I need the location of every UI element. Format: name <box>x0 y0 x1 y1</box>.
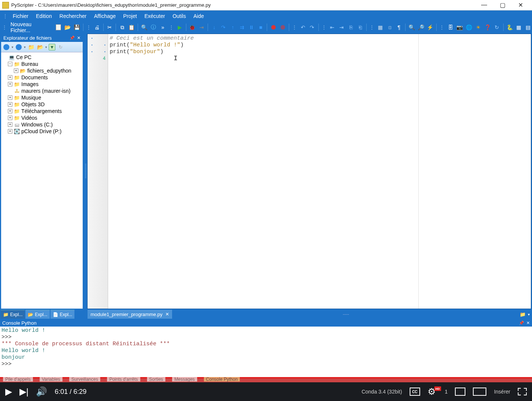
filter-icon[interactable]: ▼ <box>49 44 55 50</box>
maximize-button[interactable]: ▢ <box>497 1 508 9</box>
more-icon[interactable]: » <box>159 23 167 31</box>
side-tab-explorer-2[interactable]: 📂Expl... <box>25 310 49 319</box>
dropdown-icon[interactable]: ▾ <box>12 45 13 49</box>
panel-pin-icon[interactable]: 📌 <box>70 36 75 40</box>
step-over-icon[interactable]: ↷ <box>220 23 227 31</box>
open-icon[interactable]: 📂 <box>64 23 71 31</box>
play-button[interactable]: ▶ <box>5 386 12 397</box>
uncomment-icon[interactable]: ⎗ <box>356 23 364 31</box>
tree-expander[interactable]: − <box>8 62 12 66</box>
menu-affichage[interactable]: Affichage <box>90 11 119 21</box>
tree-item[interactable]: −📁Bureau <box>2 61 82 67</box>
zoom-in-icon[interactable]: 🔍 <box>408 23 416 31</box>
console-close-icon[interactable]: ✕ <box>526 321 530 325</box>
folder-new-icon[interactable]: 📂 <box>36 43 44 51</box>
tab-folder-icon[interactable]: 📁 <box>520 312 526 317</box>
tree-item[interactable]: +📁Objets 3D <box>2 101 82 108</box>
run-icon[interactable]: ▶ <box>176 23 184 31</box>
search-icon[interactable]: 🔍 <box>140 23 148 31</box>
tree-expander[interactable]: + <box>8 82 12 86</box>
step-icon[interactable]: ⇥ <box>198 23 205 31</box>
theater-button[interactable] <box>473 388 486 396</box>
zoom-out-icon[interactable]: 🔎 <box>417 23 425 31</box>
highlight-icon[interactable]: ⚡ <box>426 23 434 31</box>
menu-edition[interactable]: Edition <box>32 11 56 21</box>
console-body[interactable]: Hello world !>>> *** Console de processu… <box>0 327 532 377</box>
tree-item[interactable]: +📁Musique <box>2 94 82 101</box>
undo-icon[interactable]: ↶ <box>299 23 307 31</box>
close-button[interactable]: ✕ <box>515 1 526 9</box>
step-into-icon[interactable]: ↓ <box>210 23 218 31</box>
tree-expander[interactable]: + <box>8 129 12 134</box>
file-tree[interactable]: 💻Ce PC−📁Bureau+📂fichiers_edupython+📁Docu… <box>1 52 83 309</box>
indent-icon[interactable]: ⇤ <box>328 23 336 31</box>
console-pin-icon[interactable]: 📌 <box>519 321 524 325</box>
tree-item[interactable]: +📁Images <box>2 81 82 88</box>
python-icon[interactable]: 🐍 <box>506 23 514 31</box>
code-body[interactable]: # Ceci est un commentaire print("Hello w… <box>108 34 531 309</box>
nav-back-icon[interactable] <box>3 43 10 51</box>
tree-item[interactable]: +💽pCloud Drive (P:) <box>2 128 82 135</box>
info-icon[interactable]: ⓘ <box>150 23 158 31</box>
tab-dropdown-icon[interactable]: ▾ <box>528 312 530 316</box>
breakpoint-clear-icon[interactable] <box>279 23 287 31</box>
new-file-button[interactable]: Nouveau Fichier... <box>9 21 53 33</box>
folder-up-icon[interactable]: 📁 <box>27 43 35 51</box>
file-tab-close-icon[interactable]: ✕ <box>165 312 169 317</box>
dropdown-icon-3[interactable]: ▾ <box>45 45 47 49</box>
menu-rechercher[interactable]: Rechercher <box>56 11 90 21</box>
redo-icon[interactable]: ↷ <box>308 23 316 31</box>
tree-expander[interactable]: + <box>8 122 12 127</box>
tree-expander[interactable]: + <box>14 68 18 73</box>
tree-item[interactable]: +📁Téléchargements <box>2 108 82 114</box>
grid-icon[interactable]: ▦ <box>515 23 523 31</box>
bottom-tool-tab[interactable]: Variables <box>40 377 62 382</box>
layout-icon[interactable]: ▦ <box>376 23 384 31</box>
minimize-button[interactable]: — <box>478 1 490 9</box>
tree-expander[interactable]: + <box>8 75 12 80</box>
tree-expander[interactable]: + <box>8 109 12 113</box>
pause-icon[interactable]: ⏸ <box>248 23 256 31</box>
tree-expander[interactable]: + <box>8 95 12 100</box>
bottom-tool-tab[interactable]: Messages <box>172 377 197 382</box>
code-editor[interactable]: ● ●● ●● 4 # Ceci est un commentaire prin… <box>87 34 531 309</box>
volume-button[interactable]: 🔊 <box>36 386 47 397</box>
breakpoint-icon[interactable] <box>269 23 277 31</box>
panel-close-icon[interactable]: ✕ <box>77 36 80 40</box>
settings-button[interactable]: ⚙HD <box>428 386 443 397</box>
world-icon[interactable]: 🌐 <box>465 23 473 31</box>
miniplayer-button[interactable] <box>455 388 465 396</box>
camera-icon[interactable]: 📷 <box>456 23 464 31</box>
debug-icon[interactable]: 🐞 <box>188 23 196 31</box>
help-icon[interactable]: ❓ <box>484 23 492 31</box>
tree-item[interactable]: +📂fichiers_edupython <box>2 67 82 74</box>
side-tab-explorer-1[interactable]: 📁Expl... <box>1 310 25 319</box>
menu-fichier[interactable]: Fichier <box>9 11 32 21</box>
save-icon[interactable]: 💾 <box>73 23 81 31</box>
comment-icon[interactable]: ⎘ <box>347 23 355 31</box>
panel-icon[interactable]: ▤ <box>524 23 532 31</box>
cut-icon[interactable]: ✂ <box>106 23 113 31</box>
file-tab-module1[interactable]: module1_premier_programme.py ✕ <box>88 310 172 319</box>
next-button[interactable]: ▶| <box>19 386 28 397</box>
new-doc-icon[interactable] <box>54 23 62 31</box>
tree-expander[interactable]: + <box>8 116 12 120</box>
copy-icon[interactable]: ⧉ <box>118 23 126 31</box>
nav-fwd-icon[interactable] <box>15 43 22 51</box>
tab-drag-handle[interactable]: ∙∙∙∙∙∙ <box>172 310 520 319</box>
bottom-tool-tab[interactable]: Sorties <box>147 377 165 382</box>
continue-icon[interactable]: ⇉ <box>238 23 246 31</box>
tree-item[interactable]: 💻Ce PC <box>2 54 82 61</box>
db-icon[interactable]: 🗄 <box>446 23 454 31</box>
tree-item[interactable]: 🖧maurers (maurer-isn) <box>2 88 82 94</box>
stop-icon[interactable]: ■ <box>257 23 265 31</box>
sun-icon[interactable]: ☀ <box>474 23 482 31</box>
refresh-icon[interactable]: ↻ <box>493 23 501 31</box>
menu-outils[interactable]: Outils <box>169 11 190 21</box>
tree-item[interactable]: +📁Documents <box>2 74 82 81</box>
cc-button[interactable]: CC <box>410 388 420 396</box>
tree-item[interactable]: +📁Vidéos <box>2 114 82 121</box>
fullscreen-button[interactable] <box>518 388 527 395</box>
menu-aide[interactable]: Aide <box>190 11 208 21</box>
menu-projet[interactable]: Projet <box>119 11 141 21</box>
